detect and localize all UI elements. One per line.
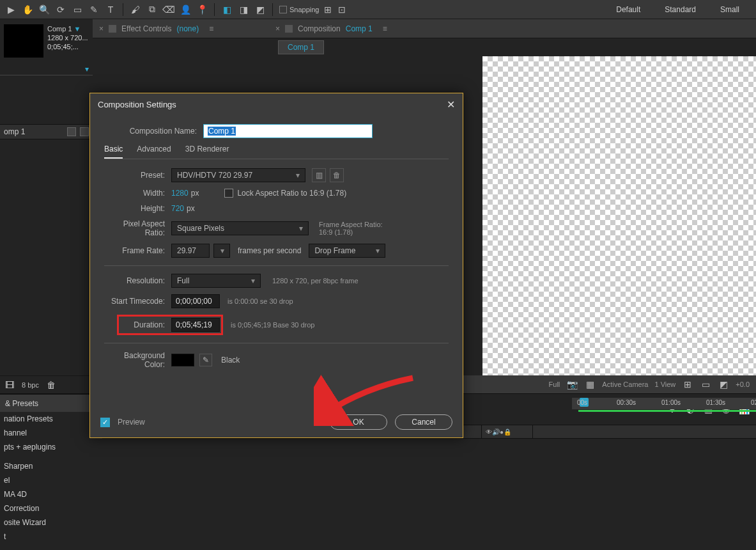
ok-button[interactable]: OK bbox=[330, 414, 387, 430]
project-item-comp1[interactable]: omp 1 bbox=[0, 124, 93, 139]
tab-basic[interactable]: Basic bbox=[104, 145, 123, 159]
col-av[interactable]: 👁🔊●🔒 bbox=[482, 425, 533, 438]
hand-tool-icon[interactable]: ✋ bbox=[22, 4, 33, 15]
view-opt2-icon[interactable]: ▭ bbox=[700, 379, 711, 390]
brush-tool-icon[interactable]: 🖌 bbox=[130, 4, 141, 15]
dialog-titlebar[interactable]: Composition Settings ✕ bbox=[90, 93, 463, 115]
width-input[interactable]: 1280 bbox=[171, 189, 189, 198]
duration-input[interactable]: 0;05;45;19 bbox=[171, 318, 220, 332]
view-dropdown[interactable]: 1 View bbox=[654, 381, 675, 388]
work-area-bar[interactable] bbox=[578, 410, 756, 412]
roto-tool-icon[interactable]: 👤 bbox=[180, 4, 191, 15]
workspace-small[interactable]: Small bbox=[709, 1, 751, 18]
type-tool-icon[interactable]: T bbox=[105, 4, 116, 15]
lock-aspect-checkbox[interactable] bbox=[224, 189, 233, 198]
local-axis-icon[interactable]: ◧ bbox=[221, 4, 233, 15]
close-panel-icon[interactable]: × bbox=[99, 24, 104, 33]
trash-icon[interactable]: 🗑 bbox=[45, 379, 57, 391]
separator bbox=[123, 3, 123, 16]
selection-tool-icon[interactable]: ▶ bbox=[5, 4, 17, 15]
start-timecode-input[interactable]: 0;00;00;00 bbox=[171, 294, 220, 308]
par-dropdown[interactable]: Square Pixels ▾ bbox=[171, 221, 309, 235]
effects-title: & Presets bbox=[5, 399, 38, 408]
dialog-title: Composition Settings bbox=[98, 100, 176, 109]
resolution-dropdown[interactable]: Full ▾ bbox=[171, 274, 261, 288]
type-icon[interactable] bbox=[80, 127, 89, 136]
bpc-label[interactable]: 8 bpc bbox=[22, 381, 39, 389]
framerate-input[interactable]: 29.97 bbox=[171, 244, 210, 258]
transparency-icon[interactable]: ▦ bbox=[584, 379, 596, 390]
dropframe-dropdown[interactable]: Drop Frame ▾ bbox=[309, 244, 385, 258]
effects-browser: & Presets ≡ nation Presets hannel pts + … bbox=[0, 394, 102, 550]
comp-thumbnail[interactable] bbox=[4, 24, 43, 58]
comp-name-label: Composition Name: bbox=[104, 127, 203, 136]
snapping-opt1-icon[interactable]: ⊞ bbox=[322, 4, 334, 15]
resolution-label: Resolution: bbox=[104, 276, 171, 285]
comp-dropdown-icon[interactable]: ▼ bbox=[74, 25, 81, 33]
lock-icon[interactable] bbox=[285, 25, 293, 33]
comp-tab[interactable]: Comp 1 bbox=[278, 40, 324, 54]
close-icon[interactable]: ✕ bbox=[447, 98, 455, 111]
dialog-tabs: Basic Advanced 3D Renderer bbox=[104, 145, 449, 159]
lock-icon[interactable] bbox=[109, 25, 116, 33]
rect-tool-icon[interactable]: ▭ bbox=[72, 4, 83, 15]
tab-3d-renderer[interactable]: 3D Renderer bbox=[185, 145, 229, 159]
exposure-value[interactable]: +0.0 bbox=[736, 381, 750, 388]
eyedropper-icon[interactable]: ✎ bbox=[199, 354, 212, 366]
par-label: Pixel Aspect Ratio: bbox=[104, 219, 171, 237]
height-input[interactable]: 720 bbox=[171, 204, 184, 213]
composition-target: Comp 1 bbox=[346, 24, 373, 33]
close-panel-icon[interactable]: × bbox=[275, 24, 280, 33]
pen-tool-icon[interactable]: ✎ bbox=[88, 4, 100, 15]
view-axis-icon[interactable]: ◩ bbox=[254, 4, 266, 15]
project-search[interactable]: ▾ bbox=[0, 63, 93, 75]
duration-note: is 0;05;45;19 Base 30 drop bbox=[231, 321, 314, 329]
orbit-tool-icon[interactable]: ⟳ bbox=[55, 4, 66, 15]
effects-item[interactable]: Correction bbox=[0, 501, 102, 515]
camera-icon[interactable]: 📷 bbox=[566, 379, 578, 390]
preset-dropdown[interactable]: HDV/HDTV 720 29.97 ▾ bbox=[171, 168, 305, 182]
camera-dropdown[interactable]: Active Camera bbox=[602, 381, 648, 388]
time-ruler[interactable]: 00s 00:30s 01:00s 01:30s 02:00s bbox=[572, 398, 756, 425]
snapping-toggle[interactable]: Snapping ⊞ ⊡ bbox=[279, 4, 348, 15]
preview-checkbox[interactable]: ✓ bbox=[100, 418, 110, 427]
interpret-icon[interactable]: 🎞 bbox=[4, 379, 15, 391]
effects-item[interactable]: t bbox=[0, 530, 102, 544]
effects-item[interactable]: MA 4D bbox=[0, 487, 102, 501]
zoom-tool-icon[interactable]: 🔍 bbox=[38, 4, 50, 15]
label-color-icon[interactable] bbox=[67, 127, 76, 136]
clone-tool-icon[interactable]: ⧉ bbox=[146, 4, 158, 15]
panel-menu-icon[interactable]: ≡ bbox=[383, 24, 387, 33]
snapping-checkbox-icon bbox=[279, 6, 287, 13]
panel-menu-icon[interactable]: ≡ bbox=[209, 24, 213, 33]
tab-advanced[interactable]: Advanced bbox=[137, 145, 171, 159]
effects-item[interactable]: nation Presets bbox=[0, 412, 102, 426]
effects-item[interactable] bbox=[0, 454, 102, 459]
resolution-note: 1280 x 720, per 8bpc frame bbox=[272, 277, 359, 285]
resolution-dropdown[interactable]: Full bbox=[549, 381, 560, 388]
comp-name-input[interactable]: Comp 1 bbox=[203, 124, 373, 138]
cancel-button[interactable]: Cancel bbox=[395, 414, 452, 430]
bgcolor-swatch[interactable] bbox=[171, 354, 194, 366]
snapping-opt2-icon[interactable]: ⊡ bbox=[336, 4, 348, 15]
view-opt3-icon[interactable]: ◩ bbox=[718, 379, 729, 390]
effects-item[interactable]: pts + aeplugins bbox=[0, 440, 102, 454]
workspace-standard[interactable]: Standard bbox=[653, 1, 707, 18]
ruler-mark: 00:30s bbox=[617, 399, 636, 406]
bgcolor-label: Background Color: bbox=[104, 351, 171, 369]
effects-item[interactable]: Sharpen bbox=[0, 459, 102, 473]
view-opt-icon[interactable]: ⊞ bbox=[682, 379, 693, 390]
effects-item[interactable]: el bbox=[0, 473, 102, 487]
pin-tool-icon[interactable]: 📍 bbox=[196, 4, 208, 15]
world-axis-icon[interactable]: ◨ bbox=[238, 4, 249, 15]
comp-dims: 1280 x 720... bbox=[47, 33, 88, 42]
workspace-default[interactable]: Default bbox=[605, 1, 652, 18]
eraser-tool-icon[interactable]: ⌫ bbox=[163, 4, 174, 15]
delete-preset-icon[interactable]: 🗑 bbox=[330, 168, 344, 182]
framerate-value: 29.97 bbox=[177, 246, 196, 255]
save-preset-icon[interactable]: ▥ bbox=[312, 168, 326, 182]
framerate-chevron[interactable]: ▾ bbox=[213, 244, 230, 258]
preset-value: HDV/HDTV 720 29.97 bbox=[177, 171, 252, 180]
effects-item[interactable]: hannel bbox=[0, 426, 102, 440]
effects-item[interactable]: osite Wizard bbox=[0, 515, 102, 530]
